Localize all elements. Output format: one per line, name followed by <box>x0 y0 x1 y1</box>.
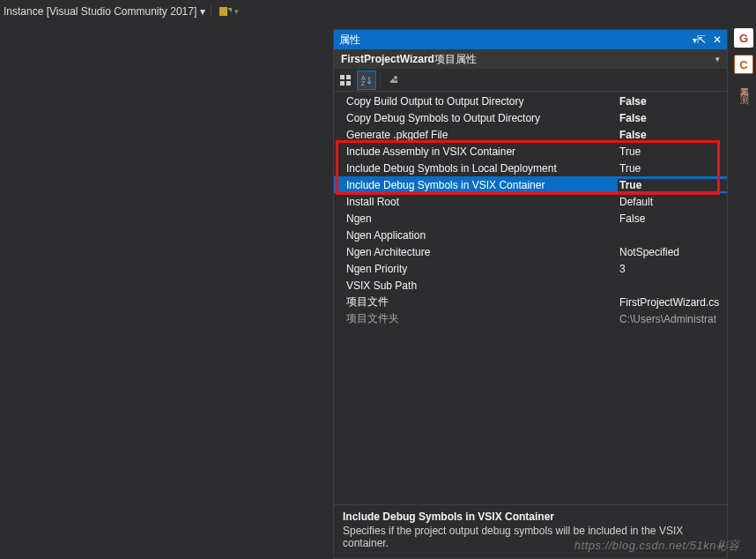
object-name: FirstProjectWizard <box>341 53 434 65</box>
property-value[interactable]: False <box>619 95 727 108</box>
properties-toolbar: AZ <box>334 69 727 92</box>
property-name: Install Root <box>346 196 619 208</box>
object-dropdown-icon[interactable]: ▾ <box>715 55 720 63</box>
property-value[interactable]: True <box>619 162 727 175</box>
pin-icon[interactable]: ⇱ <box>697 34 706 46</box>
object-selector[interactable]: FirstProjectWizard 项目属性 ▾ <box>334 49 727 69</box>
properties-panel: 属性 ⇱ ✕ FirstProjectWizard 项目属性 ▾ AZ Copy… <box>333 29 728 559</box>
help-title: Include Debug Symbols in VSIX Container <box>343 511 718 523</box>
property-row[interactable]: Ngen Application <box>334 227 727 243</box>
property-value[interactable]: False <box>619 129 727 141</box>
property-row[interactable]: Install RootDefault <box>334 193 727 210</box>
property-value[interactable]: C:\Users\Administrat <box>619 313 727 325</box>
property-name: Generate .pkgdef File <box>346 129 619 141</box>
categorized-view-button[interactable] <box>336 71 355 90</box>
property-row[interactable]: Include Assembly in VSIX ContainerTrue <box>334 143 727 160</box>
svg-text:Z: Z <box>361 80 366 86</box>
property-value[interactable]: FirstProjectWizard.cs <box>619 296 727 309</box>
property-value[interactable]: NotSpecified <box>619 246 727 258</box>
property-name: Ngen Architecture <box>346 246 619 258</box>
property-name: Include Assembly in VSIX Container <box>346 145 619 158</box>
property-row[interactable]: Copy Debug Symbols to Output DirectoryFa… <box>334 109 727 126</box>
property-row[interactable]: 项目文件FirstProjectWizard.cs <box>334 294 727 310</box>
svg-rect-4 <box>346 81 351 86</box>
svg-point-7 <box>394 76 397 79</box>
panel-title-text: 属性 <box>339 33 360 48</box>
property-row[interactable]: Include Debug Symbols in Local Deploymen… <box>334 160 727 176</box>
debug-target-label[interactable]: Instance [Visual Studio Community 2017] … <box>4 5 205 18</box>
property-row[interactable]: Copy Build Output to Output DirectoryFal… <box>334 93 727 109</box>
new-item-icon[interactable] <box>217 4 233 19</box>
property-row[interactable]: 项目文件夹C:\Users\Administrat <box>334 310 727 327</box>
tool-tile-c[interactable]: C <box>734 55 753 74</box>
property-name: Include Debug Symbols in VSIX Container <box>346 179 619 191</box>
property-pages-button[interactable] <box>384 71 404 90</box>
property-name: Ngen Application <box>346 229 619 242</box>
window-position-menu-icon[interactable] <box>687 34 697 46</box>
property-name: Ngen <box>346 212 619 225</box>
toolbar-dropdown-icon[interactable]: ▾ <box>234 7 239 16</box>
ide-topbar: Instance [Visual Studio Community 2017] … <box>0 0 756 23</box>
property-value[interactable]: Default <box>619 196 727 208</box>
property-row[interactable]: Generate .pkgdef FileFalse <box>334 126 727 143</box>
svg-rect-1 <box>340 75 345 79</box>
property-grid[interactable]: Copy Build Output to Output DirectoryFal… <box>334 92 727 504</box>
property-value[interactable]: True▾ <box>618 179 727 191</box>
property-row[interactable]: NgenFalse <box>334 210 727 227</box>
property-name: Copy Build Output to Output Directory <box>346 95 619 108</box>
svg-rect-3 <box>340 81 345 86</box>
property-name: 项目文件 <box>346 294 619 309</box>
property-value[interactable]: True <box>619 145 727 158</box>
right-tool-tabs: G C 工具箱 测 <box>731 23 756 559</box>
help-description: Specifies if the project output debug sy… <box>343 525 718 549</box>
property-name: VSIX Sub Path <box>346 280 619 292</box>
svg-rect-2 <box>346 75 351 79</box>
property-row[interactable]: Ngen ArchitectureNotSpecified <box>334 243 727 260</box>
property-name: 项目文件夹 <box>346 311 619 326</box>
property-value[interactable]: 3 <box>619 263 727 275</box>
svg-rect-0 <box>219 7 227 16</box>
close-icon[interactable]: ✕ <box>713 34 722 46</box>
property-value[interactable]: False <box>619 112 727 124</box>
property-row[interactable]: VSIX Sub Path <box>334 277 727 294</box>
tool-tile-g[interactable]: G <box>734 28 753 48</box>
property-name: Include Debug Symbols in Local Deploymen… <box>346 162 619 175</box>
property-name: Copy Debug Symbols to Output Directory <box>346 112 619 124</box>
toolbar-divider <box>380 73 381 87</box>
editor-area <box>0 23 326 559</box>
description-pane: Include Debug Symbols in VSIX Container … <box>334 504 727 558</box>
property-row[interactable]: Include Debug Symbols in VSIX ContainerT… <box>334 176 727 193</box>
property-name: Ngen Priority <box>346 263 619 275</box>
property-value[interactable]: False <box>619 212 727 225</box>
panel-titlebar[interactable]: 属性 ⇱ ✕ <box>334 30 727 49</box>
alphabetical-view-button[interactable]: AZ <box>357 71 376 90</box>
property-row[interactable]: Ngen Priority3 <box>334 260 727 277</box>
object-type: 项目属性 <box>434 52 477 67</box>
toolbar-separator <box>211 5 211 18</box>
